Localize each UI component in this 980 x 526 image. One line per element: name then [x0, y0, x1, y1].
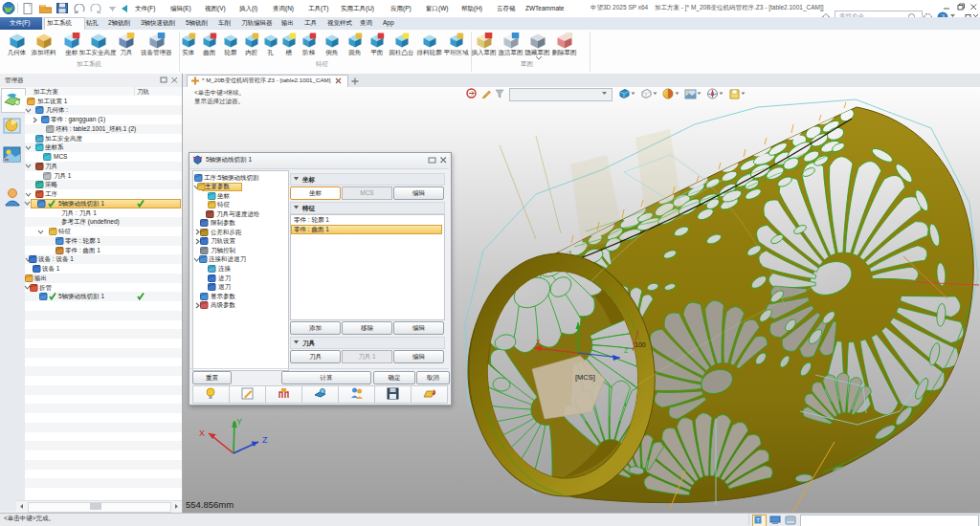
svg-text:Z: Z — [624, 347, 629, 354]
svg-text:T: T — [756, 517, 760, 523]
svg-text:X: X — [536, 339, 541, 345]
svg-text:[MCS]: [MCS] — [575, 373, 595, 382]
svg-text:Y: Y — [580, 316, 585, 322]
svg-text:Z: Z — [262, 435, 268, 445]
svg-text:X: X — [199, 428, 205, 438]
svg-text:100: 100 — [635, 341, 646, 348]
svg-text:Y: Y — [236, 417, 242, 427]
